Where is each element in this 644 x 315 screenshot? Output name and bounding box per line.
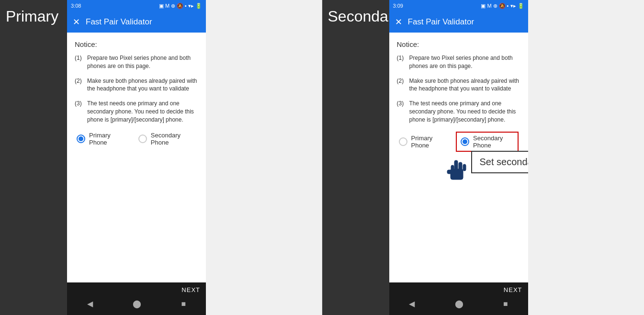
right-primary-phone-label: Primary Phone — [411, 135, 445, 149]
right-next-button[interactable]: NEXT — [389, 282, 528, 295]
volume-icon: 🔕 — [177, 3, 183, 9]
right-radio-group: Primary Phone Secondary Phone — [397, 132, 520, 152]
left-primary-phone-radio[interactable]: Primary Phone — [77, 132, 127, 146]
right-notice-item-1: (1) Prepare two Pixel series phone and b… — [397, 54, 520, 70]
right-notice-text-1: Prepare two Pixel series phone and both … — [409, 54, 520, 70]
left-primary-radio-circle[interactable] — [77, 135, 85, 143]
left-status-bar: 3:08 ▣ M ⊕ 🔕 ▪ ▾▸ 🔋 — [67, 0, 206, 11]
right-notice-num-2: (2) — [397, 77, 406, 93]
right-notice-item-2: (2) Make sure both phones already paired… — [397, 77, 520, 93]
right-close-button[interactable]: ✕ — [395, 17, 402, 27]
right-bottom-bar: NEXT ◀ ⬤ ■ — [389, 282, 528, 315]
right-volume-icon: 🔕 — [499, 3, 506, 9]
right-status-icons: ▣ M ⊕ 🔕 ▪ ▾▸ 🔋 — [481, 3, 524, 9]
left-notice-title: Notice: — [75, 40, 198, 48]
right-notice-text-2: Make sure both phones already paired wit… — [409, 77, 520, 93]
right-phone-screen: 3:09 ▣ M ⊕ 🔕 ▪ ▾▸ 🔋 ✕ Fast Pair Validato… — [389, 0, 528, 315]
left-time: 3:08 — [71, 3, 81, 9]
right-battery-icon: 🔋 — [518, 3, 524, 9]
left-notice-text-3: The test needs one primary and one secon… — [87, 100, 198, 124]
right-app-bar: ✕ Fast Pair Validator — [389, 11, 528, 33]
left-secondary-radio-circle[interactable] — [138, 135, 147, 143]
right-notice-item-3: (3) The test needs one primary and one s… — [397, 100, 520, 124]
left-primary-phone-label: Primary Phone — [89, 132, 127, 146]
left-next-button[interactable]: NEXT — [67, 282, 206, 295]
right-wifi-icon: ▾▸ — [510, 3, 516, 9]
right-back-icon[interactable]: ◀ — [409, 299, 415, 308]
left-notice-text-1: Prepare two Pixel series phone and both … — [87, 54, 198, 70]
right-label-section: Secondary — [322, 0, 389, 315]
left-notice-item-3: (3) The test needs one primary and one s… — [75, 100, 198, 124]
right-panel: Secondary 3:09 ▣ M ⊕ 🔕 ▪ ▾▸ 🔋 ✕ Fast Pai… — [322, 0, 644, 315]
left-secondary-phone-radio[interactable]: Secondary Phone — [138, 132, 196, 146]
right-time: 3:09 — [393, 3, 403, 9]
left-radio-group: Primary Phone Secondary Phone — [75, 132, 198, 146]
left-secondary-phone-label: Secondary Phone — [151, 132, 196, 146]
right-primary-phone-radio[interactable]: Primary Phone — [399, 135, 445, 149]
right-secondary-radio-circle[interactable] — [461, 137, 469, 146]
right-secondary-phone-radio[interactable]: Secondary Phone — [456, 132, 518, 152]
notif-icon: ⊕ — [171, 3, 175, 9]
cursor-annotation-area: Set secondary phone — [445, 156, 520, 186]
left-app-title: Fast Pair Validator — [86, 17, 152, 27]
right-signal-icon: ▣ — [481, 3, 486, 9]
right-content: Notice: (1) Prepare two Pixel series pho… — [389, 33, 528, 282]
left-notice-num-3: (3) — [75, 100, 83, 124]
left-status-icons: ▣ M ⊕ 🔕 ▪ ▾▸ 🔋 — [159, 3, 202, 9]
left-notice-item-2: (2) Make sure both phones already paired… — [75, 77, 198, 93]
svg-rect-1 — [454, 160, 458, 171]
svg-rect-2 — [459, 162, 462, 171]
left-back-icon[interactable]: ◀ — [87, 299, 93, 308]
wifi-icon: ▾▸ — [188, 3, 194, 9]
left-notice-text-2: Make sure both phones already paired wit… — [87, 77, 198, 93]
right-home-icon[interactable]: ⬤ — [455, 299, 463, 308]
right-app-title: Fast Pair Validator — [408, 17, 475, 27]
mail-icon: M — [165, 3, 169, 9]
left-panel: Primary 3:08 ▣ M ⊕ 🔕 ▪ ▾▸ 🔋 ✕ Fast Pair … — [0, 0, 322, 315]
left-label-section: Primary — [0, 0, 67, 315]
left-notice-item-1: (1) Prepare two Pixel series phone and b… — [75, 54, 198, 70]
right-mail-icon: M — [487, 3, 491, 9]
right-notice-num-1: (1) — [397, 54, 406, 70]
right-status-bar: 3:09 ▣ M ⊕ 🔕 ▪ ▾▸ 🔋 — [389, 0, 528, 11]
left-close-button[interactable]: ✕ — [73, 17, 80, 27]
hand-cursor-icon — [445, 156, 469, 184]
right-primary-radio-circle[interactable] — [399, 137, 407, 146]
right-nav-icons: ◀ ⬤ ■ — [389, 295, 528, 315]
svg-rect-3 — [463, 164, 466, 171]
svg-rect-5 — [447, 170, 452, 174]
right-notice-title: Notice: — [397, 40, 520, 48]
left-notice-num-2: (2) — [75, 77, 83, 93]
left-phone-screen: 3:08 ▣ M ⊕ 🔕 ▪ ▾▸ 🔋 ✕ Fast Pair Validato… — [67, 0, 206, 315]
tooltip-text: Set secondary phone — [480, 157, 528, 167]
right-notice-text-3: The test needs one primary and one secon… — [409, 100, 520, 124]
right-cast-icon: ▪ — [507, 3, 509, 9]
battery-icon: 🔋 — [195, 3, 202, 9]
right-recents-icon[interactable]: ■ — [503, 300, 508, 308]
left-label: Primary — [6, 8, 58, 25]
left-notice-num-1: (1) — [75, 54, 83, 70]
set-secondary-phone-tooltip: Set secondary phone — [471, 151, 528, 173]
left-content: Notice: (1) Prepare two Pixel series pho… — [67, 33, 206, 282]
right-notif-icon: ⊕ — [493, 3, 497, 9]
right-filler — [528, 0, 644, 315]
left-nav-icons: ◀ ⬤ ■ — [67, 295, 206, 315]
left-recents-icon[interactable]: ■ — [181, 300, 186, 308]
cast-icon: ▪ — [185, 3, 187, 9]
signal-icon: ▣ — [159, 3, 164, 9]
left-home-icon[interactable]: ⬤ — [133, 299, 141, 308]
left-bottom-bar: NEXT ◀ ⬤ ■ — [67, 282, 206, 315]
right-secondary-phone-label: Secondary Phone — [473, 135, 513, 149]
left-app-bar: ✕ Fast Pair Validator — [67, 11, 206, 33]
right-notice-num-3: (3) — [397, 100, 406, 124]
